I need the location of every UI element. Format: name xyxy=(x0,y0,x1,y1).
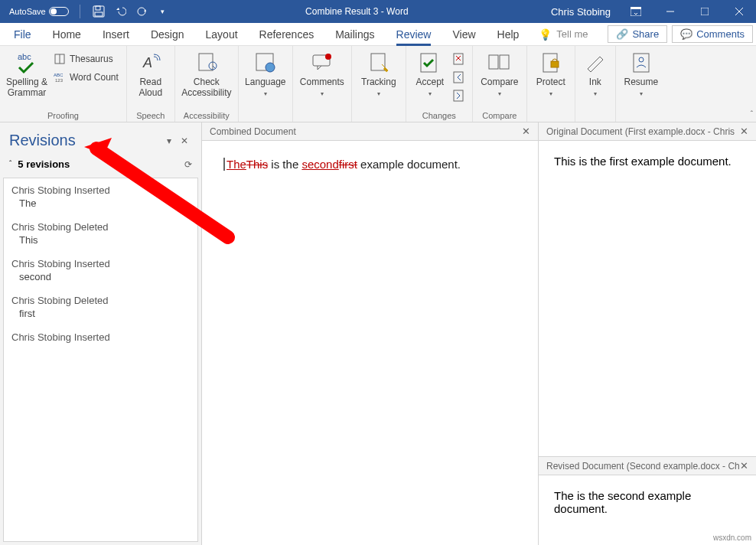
comments-dropdown-button[interactable]: Comments▾ xyxy=(298,47,347,99)
reject-button[interactable] xyxy=(451,51,468,67)
comment-icon: 💬 xyxy=(680,28,692,40)
combined-doc-title: Combined Document xyxy=(210,126,296,137)
revision-item[interactable]: Chris Stobing Insertedsecond xyxy=(4,252,197,289)
svg-rect-16 xyxy=(199,54,213,70)
word-count-button[interactable]: ABC123 Word Count xyxy=(51,69,122,86)
book-icon xyxy=(54,53,66,65)
comments-button[interactable]: 💬 Comments xyxy=(672,25,753,43)
thesaurus-button[interactable]: Thesaurus xyxy=(51,51,122,67)
share-button[interactable]: 🔗 Share xyxy=(608,25,667,43)
chevron-down-icon: ▾ xyxy=(594,90,597,97)
revision-item[interactable]: Chris Stobing DeletedThis xyxy=(4,215,197,252)
group-compare-label: Compare xyxy=(477,111,522,122)
tab-view[interactable]: View xyxy=(442,23,486,46)
svg-rect-7 xyxy=(701,8,709,15)
ribbon-tabs: File Home Insert Design Layout Reference… xyxy=(0,23,756,46)
title-bar: AutoSave ▾ Combine Result 3 - Word Chris… xyxy=(0,0,756,23)
tab-home[interactable]: Home xyxy=(42,23,92,46)
svg-rect-26 xyxy=(454,72,463,83)
read-aloud-icon: A xyxy=(138,51,163,75)
close-pane-icon[interactable]: ✕ xyxy=(177,133,192,148)
chevron-down-icon: ▾ xyxy=(429,90,432,97)
chevron-down-icon: ▾ xyxy=(264,90,267,97)
collapse-ribbon-icon[interactable]: ˆ xyxy=(751,110,753,119)
combined-document-body[interactable]: TheThis is the secondfirst example docum… xyxy=(202,141,538,545)
tab-file[interactable]: File xyxy=(3,23,42,46)
previous-change-button[interactable] xyxy=(451,69,468,86)
word-count-icon: ABC123 xyxy=(54,71,66,83)
accept-button[interactable]: Accept▾ xyxy=(411,47,449,99)
compare-button[interactable]: Compare▾ xyxy=(477,47,522,99)
chevron-down-icon: ▾ xyxy=(377,90,380,97)
work-area: Revisions ▾ ✕ ˆ 5 revisions ⟳ Chris Stob… xyxy=(0,122,756,545)
revisions-title: Revisions xyxy=(9,132,161,149)
deleted-text: This xyxy=(246,158,268,171)
close-pane-icon[interactable]: ✕ xyxy=(740,460,748,472)
tell-me-search[interactable]: 💡 Tell me xyxy=(530,28,597,41)
collapse-revisions-icon[interactable]: ˆ xyxy=(9,160,11,168)
redo-icon[interactable] xyxy=(134,4,149,19)
tab-help[interactable]: Help xyxy=(487,23,530,46)
share-icon: 🔗 xyxy=(616,28,628,40)
svg-rect-1 xyxy=(96,6,100,10)
globe-icon xyxy=(253,51,278,75)
document-title: Combine Result 3 - Word xyxy=(171,6,543,17)
autosave-toggle[interactable]: AutoSave xyxy=(9,7,69,16)
svg-rect-28 xyxy=(489,55,498,69)
right-pane: Original Document (First example.docx - … xyxy=(539,122,756,545)
resume-button[interactable]: Resume▾ xyxy=(621,47,662,99)
tab-references[interactable]: References xyxy=(249,23,325,46)
svg-text:A: A xyxy=(142,55,152,70)
chevron-down-icon: ▾ xyxy=(498,90,501,97)
revisions-count: 5 revisions xyxy=(18,158,70,170)
save-icon[interactable] xyxy=(91,4,106,19)
svg-text:ABC: ABC xyxy=(54,73,64,77)
qat-customize-icon[interactable]: ▾ xyxy=(155,4,171,19)
svg-text:abc: abc xyxy=(18,52,31,61)
tab-design[interactable]: Design xyxy=(140,23,195,46)
svg-rect-31 xyxy=(551,61,559,67)
comments-label: Comments xyxy=(696,28,745,40)
user-name[interactable]: Chris Stobing xyxy=(543,6,618,18)
tab-review[interactable]: Review xyxy=(386,23,442,46)
share-label: Share xyxy=(632,28,659,40)
spelling-grammar-button[interactable]: abc Spelling & Grammar xyxy=(5,47,49,99)
revisions-pane: Revisions ▾ ✕ ˆ 5 revisions ⟳ Chris Stob… xyxy=(0,122,202,545)
close-button[interactable] xyxy=(722,0,756,23)
svg-rect-32 xyxy=(634,54,649,72)
next-change-button[interactable] xyxy=(451,87,468,104)
revision-item[interactable]: Chris Stobing Deletedfirst xyxy=(4,289,197,325)
protect-button[interactable]: Protect▾ xyxy=(532,47,570,99)
revision-item[interactable]: Chris Stobing InsertedThe xyxy=(4,178,197,215)
pane-options-icon[interactable]: ▾ xyxy=(161,133,177,148)
chevron-down-icon: ▾ xyxy=(321,90,324,97)
toggle-off-icon xyxy=(49,7,69,16)
revision-item[interactable]: Chris Stobing Inserted xyxy=(4,325,197,351)
group-speech-label: Speech xyxy=(132,111,170,122)
watermark: wsxdn.com xyxy=(713,534,751,542)
svg-point-33 xyxy=(639,57,644,62)
close-pane-icon[interactable]: ✕ xyxy=(522,126,530,137)
close-pane-icon[interactable]: ✕ xyxy=(740,126,748,137)
ink-button[interactable]: Ink▾ xyxy=(580,47,611,99)
check-accessibility-button[interactable]: Check Accessibility xyxy=(180,47,233,99)
tab-layout[interactable]: Layout xyxy=(195,23,249,46)
tab-mailings[interactable]: Mailings xyxy=(324,23,385,46)
original-document-body[interactable]: This is the first example document. xyxy=(539,141,756,456)
minimize-button[interactable] xyxy=(653,0,687,23)
refresh-icon[interactable]: ⟳ xyxy=(184,159,192,170)
language-button[interactable]: Language▾ xyxy=(243,47,288,99)
group-changes-label: Changes xyxy=(411,111,468,122)
tracking-button[interactable]: Tracking▾ xyxy=(357,47,401,99)
maximize-button[interactable] xyxy=(687,0,722,23)
undo-icon[interactable] xyxy=(112,4,128,19)
inserted-text: The xyxy=(226,158,246,171)
tab-insert[interactable]: Insert xyxy=(92,23,140,46)
tracking-icon xyxy=(367,51,391,75)
ribbon-display-options-icon[interactable] xyxy=(618,0,653,23)
svg-rect-2 xyxy=(95,12,103,16)
read-aloud-button[interactable]: A Read Aloud xyxy=(132,47,170,99)
autosave-label: AutoSave xyxy=(9,7,46,16)
accept-check-icon xyxy=(418,51,442,75)
svg-rect-22 xyxy=(371,54,385,70)
